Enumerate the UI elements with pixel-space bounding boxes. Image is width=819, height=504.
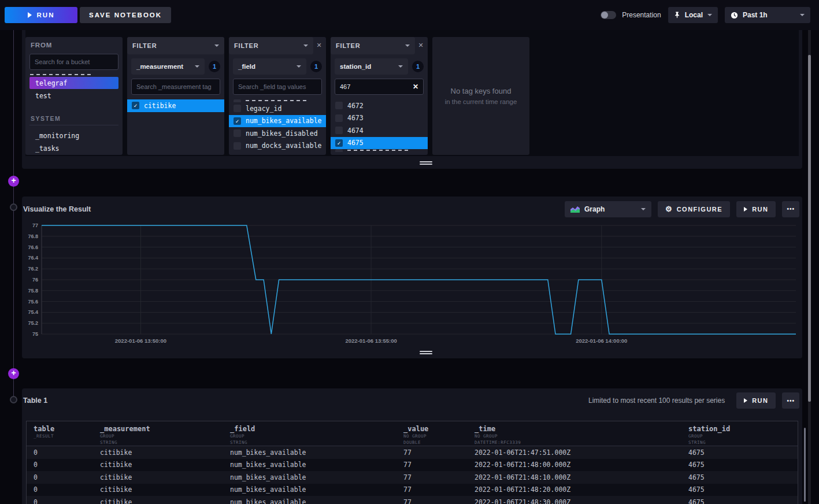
play-icon: [744, 207, 747, 212]
scope-label: Local: [685, 11, 703, 19]
svg-text:76: 76: [32, 277, 38, 283]
filter-type-dropdown[interactable]: FILTER: [229, 37, 313, 54]
tag-value-item-4674[interactable]: 4674: [331, 124, 428, 137]
visualize-cell: Visualize the Result Graph ⚙ CONFIGURE: [22, 197, 802, 358]
cell-resize-handle[interactable]: [420, 161, 432, 166]
save-notebook-button[interactable]: SAVE NOTEBOOK: [80, 7, 171, 23]
table-value-cell: 0: [34, 473, 100, 481]
chevron-down-icon: [214, 45, 219, 47]
cell-bullet[interactable]: [10, 396, 17, 403]
bucket-item-telegraf[interactable]: telegraf: [29, 77, 118, 89]
checkbox[interactable]: ✓: [132, 102, 139, 109]
add-cell-button[interactable]: +: [8, 368, 19, 379]
tag-value-item-citibike[interactable]: ✓citibike: [127, 99, 224, 112]
tag-key-dropdown[interactable]: _field: [233, 58, 306, 75]
cell-resize-handle[interactable]: [420, 351, 432, 355]
svg-text:75: 75: [32, 331, 38, 337]
presentation-label: Presentation: [622, 11, 661, 19]
tag-value-item-num_docks_available[interactable]: num_docks_available: [229, 140, 326, 153]
close-icon[interactable]: ✕: [314, 42, 324, 49]
bucket-item-_tasks[interactable]: _tasks: [29, 142, 118, 154]
table-value-cell: 4675: [688, 473, 798, 481]
station-search-input[interactable]: [340, 83, 413, 90]
ellipsis-icon: •••: [787, 206, 795, 212]
tag-value-item-num_bikes_available[interactable]: ✓num_bikes_available: [229, 115, 326, 128]
bucket-search-input[interactable]: [35, 58, 113, 65]
table-value-cell: 0: [34, 461, 100, 469]
tag-value-search: ✕: [335, 79, 424, 95]
clear-search-icon[interactable]: ✕: [413, 83, 418, 91]
checkbox[interactable]: [335, 102, 343, 109]
run-notebook-button[interactable]: RUN: [5, 7, 77, 23]
column-header-_field: _fieldGROUPSTRING: [230, 425, 403, 445]
svg-text:76.6: 76.6: [28, 244, 38, 250]
tag-value-item-4672[interactable]: 4672: [331, 99, 428, 112]
checkbox[interactable]: ✓: [234, 117, 241, 125]
filter-type-dropdown[interactable]: FILTER: [127, 37, 224, 54]
run-cell-button[interactable]: RUN: [736, 201, 776, 217]
bucket-item-test[interactable]: test: [29, 90, 118, 102]
timezone-scope-dropdown[interactable]: Local: [668, 7, 718, 23]
field-search-input[interactable]: [238, 83, 317, 90]
checkbox[interactable]: [335, 114, 343, 122]
tag-value-item-4675[interactable]: ✓4675: [331, 137, 428, 150]
cell-options-button[interactable]: •••: [782, 201, 799, 217]
measurement-search-input[interactable]: [136, 83, 215, 90]
play-icon: [28, 12, 32, 18]
chevron-down-icon: [195, 65, 199, 68]
cell-options-button[interactable]: •••: [782, 392, 799, 409]
tag-key-label: station_id: [340, 63, 371, 70]
checkbox[interactable]: [234, 142, 241, 150]
run-cell-label: RUN: [752, 397, 768, 404]
filter-header-label: FILTER: [132, 42, 157, 49]
tag-value-label: num_docks_available: [246, 142, 322, 150]
tag-value-list: 467246734674✓4675: [331, 99, 428, 155]
results-table: table_RESULT_measurementGROUPSTRING_fiel…: [26, 421, 798, 504]
table-value-cell: 77: [403, 498, 475, 504]
tag-value-list: legacy_id✓num_bikes_availablenum_bikes_d…: [229, 99, 326, 155]
ellipsis-icon: •••: [787, 398, 795, 404]
svg-text:76.8: 76.8: [28, 234, 38, 239]
tag-key-dropdown[interactable]: _measurement: [131, 58, 205, 75]
graph-type-label: Graph: [584, 205, 605, 213]
column-header-station_id: station_idGROUPSTRING: [688, 425, 798, 445]
tag-value-item-4673[interactable]: 4673: [331, 112, 428, 125]
tag-value-item-num_bikes_disabled[interactable]: num_bikes_disabled: [229, 127, 326, 140]
time-range-dropdown[interactable]: Past 1h: [725, 7, 810, 23]
page-scrollbar-thumb[interactable]: [808, 55, 811, 402]
table-row: 0citibikenum_bikes_available772022-01-06…: [27, 471, 798, 484]
presentation-toggle[interactable]: [601, 11, 616, 19]
table-cell-header: Table 1 Limited to most recent 100 resul…: [22, 388, 802, 410]
filter-panel-measurement: FILTER _measurement 1 ✓citibike: [127, 37, 224, 155]
table-value-cell: 4675: [688, 449, 798, 457]
tag-key-dropdown[interactable]: station_id: [335, 58, 408, 75]
limit-note: Limited to most recent 100 results per s…: [588, 396, 725, 405]
checkbox[interactable]: [234, 105, 241, 112]
graph-type-dropdown[interactable]: Graph: [565, 201, 651, 217]
tag-key-label: _measurement: [136, 63, 183, 70]
table-header-row: table_RESULT_measurementGROUPSTRING_fiel…: [27, 421, 798, 446]
table-scrollbar[interactable]: [804, 428, 806, 502]
add-cell-button[interactable]: +: [8, 176, 19, 187]
bucket-item-_monitoring[interactable]: _monitoring: [29, 129, 118, 142]
chevron-down-icon: [303, 45, 308, 47]
svg-text:75.8: 75.8: [28, 288, 38, 294]
run-cell-button[interactable]: RUN: [736, 392, 776, 409]
filter-type-dropdown[interactable]: FILTER: [331, 37, 415, 54]
close-icon[interactable]: ✕: [416, 42, 425, 49]
chevron-down-icon: [641, 208, 646, 210]
cell-bullet[interactable]: [10, 203, 17, 211]
table-value-cell: 77: [403, 473, 475, 481]
svg-text:75.6: 75.6: [28, 299, 38, 305]
checkbox[interactable]: [335, 127, 343, 134]
table-value-cell: num_bikes_available: [230, 461, 403, 469]
configure-button[interactable]: ⚙ CONFIGURE: [658, 201, 730, 217]
clipped-list-item: [25, 73, 123, 76]
line-chart[interactable]: 7776.876.676.476.27675.875.675.475.27520…: [26, 221, 798, 348]
checkbox[interactable]: ✓: [335, 139, 343, 147]
visualize-cell-header: Visualize the Result Graph ⚙ CONFIGURE: [22, 197, 802, 218]
svg-text:76.2: 76.2: [28, 266, 38, 272]
tag-value-item-legacy_id[interactable]: legacy_id: [229, 102, 326, 115]
checkbox[interactable]: [234, 129, 241, 137]
table-value-cell: 77: [403, 486, 475, 494]
